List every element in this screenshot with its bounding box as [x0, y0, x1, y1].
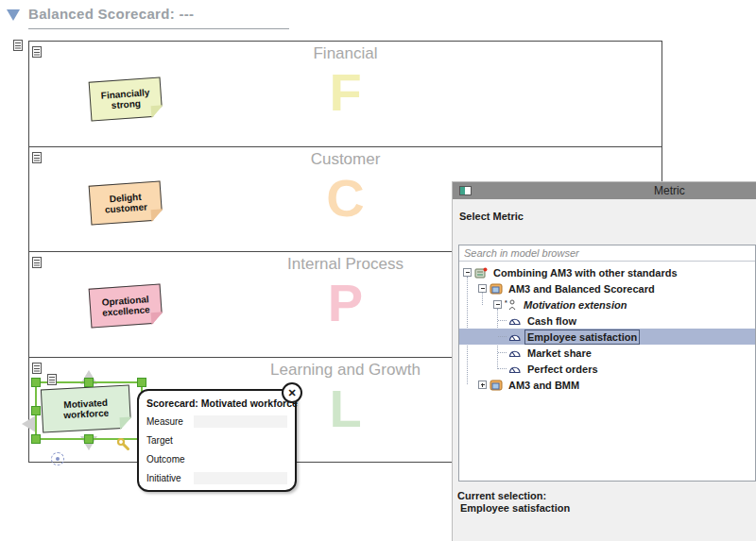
canvas: Balanced Scorecard: --- Financial F Cust… [0, 0, 756, 541]
resize-handle[interactable] [84, 378, 94, 387]
wrench-icon[interactable] [116, 437, 130, 455]
title-underline [28, 28, 289, 29]
svg-text:*: * [505, 299, 507, 306]
resize-handle[interactable] [31, 406, 41, 415]
close-icon[interactable]: ✕ [282, 382, 302, 403]
move-left-arrow-icon[interactable] [22, 415, 36, 432]
collapse-minus-icon[interactable] [493, 300, 502, 309]
resize-handle[interactable] [137, 378, 146, 387]
pool-icon [13, 38, 23, 55]
resize-handle[interactable] [84, 434, 94, 444]
sticky-note-financially-strong[interactable]: Financially strong [89, 76, 163, 121]
tree-item-market-share[interactable]: Market share [459, 345, 755, 361]
outcome-label: Outcome [146, 454, 190, 465]
measure-label: Measure [146, 416, 190, 427]
metric-dialog: Metric Select Metric Combining AM3 with … [452, 181, 756, 541]
settings-gear-icon[interactable] [51, 452, 64, 465]
current-selection-value: Employee satisfaction [460, 502, 570, 514]
tree-item-motivation-extension[interactable]: * Motivation extension [459, 296, 755, 313]
collapse-triangle-icon[interactable] [7, 9, 20, 21]
sticky-note-operational-excellence[interactable]: Oprational excellence [89, 283, 163, 328]
tree-item-employee-satisfaction[interactable]: Employee satisfaction [459, 329, 755, 345]
gauge-icon [508, 363, 522, 374]
sticky-note-delight-customer[interactable]: Delight customer [89, 180, 163, 225]
measure-field[interactable] [194, 415, 287, 428]
selection-rectangle[interactable] [35, 381, 143, 440]
gauge-icon [508, 331, 522, 342]
model-tree: Combining AM3 with other standards AM3 a… [459, 262, 755, 481]
popup-title: Scorecard: Motivated workforce [146, 397, 287, 409]
model-icon [474, 267, 488, 279]
dialog-titlebar[interactable]: Metric [453, 182, 756, 199]
diagram-icon [490, 380, 503, 391]
gauge-icon [508, 347, 522, 358]
target-field[interactable] [194, 434, 287, 447]
outcome-field[interactable] [194, 453, 287, 465]
search-input[interactable] [459, 245, 755, 262]
profile-icon: * [505, 299, 518, 311]
scorecard-popup: ✕ Scorecard: Motivated workforce Measure… [137, 389, 297, 492]
lane-title: Customer [29, 150, 662, 169]
tree-item-combining-am3[interactable]: Combining AM3 with other standards [459, 264, 755, 280]
resize-handle[interactable] [31, 378, 41, 387]
lane-title: Financial [29, 44, 662, 63]
model-browser-panel: Combining AM3 with other standards AM3 a… [458, 245, 756, 482]
current-selection-label: Current selection: [457, 490, 546, 501]
tree-item-cash-flow[interactable]: Cash flow [459, 313, 755, 329]
target-label: Target [146, 435, 190, 446]
diagram-icon [490, 283, 503, 295]
initiative-label: Initiative [146, 473, 190, 483]
tree-item-perfect-orders[interactable]: Perfect orders [459, 361, 755, 377]
select-metric-heading: Select Metric [459, 211, 524, 222]
page-title: Balanced Scorecard: --- [28, 6, 194, 22]
gauge-icon [508, 315, 522, 326]
window-icon [459, 186, 472, 195]
collapse-minus-icon[interactable] [463, 268, 472, 277]
tree-item-am3-balanced-scorecard[interactable]: AM3 and Balanced Scorecard [459, 280, 755, 296]
dialog-title: Metric [654, 184, 685, 197]
resize-handle[interactable] [31, 434, 41, 444]
initiative-field[interactable] [194, 472, 287, 484]
element-icon [47, 372, 57, 389]
tree-item-am3-bmm[interactable]: AM3 and BMM [459, 377, 755, 393]
expand-plus-icon[interactable] [478, 380, 487, 389]
collapse-minus-icon[interactable] [478, 284, 487, 293]
